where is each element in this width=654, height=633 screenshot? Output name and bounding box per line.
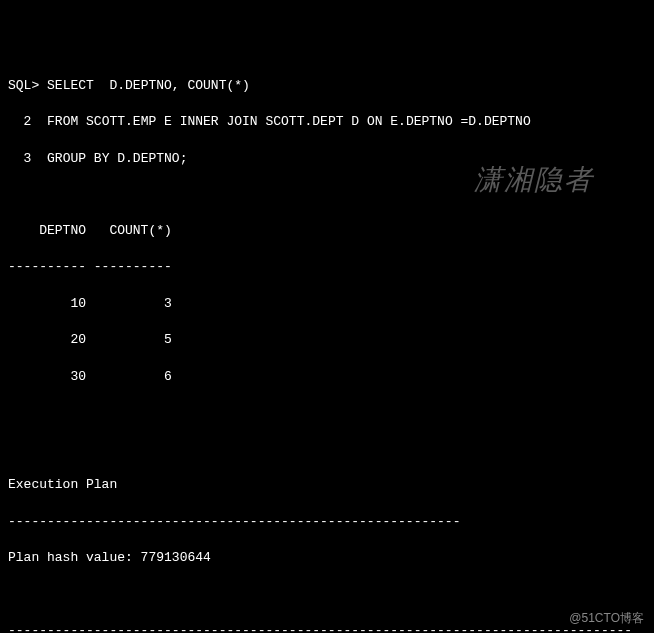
sql-line-2: 2 FROM SCOTT.EMP E INNER JOIN SCOTT.DEPT…: [8, 113, 646, 131]
result-row: 30 6: [8, 368, 646, 386]
result-row: 10 3: [8, 295, 646, 313]
plan-border: ----------------------------------------…: [8, 622, 646, 633]
exec-plan-dash: ----------------------------------------…: [8, 513, 646, 531]
sql-line-3: 3 GROUP BY D.DEPTNO;: [8, 150, 646, 168]
exec-plan-title: Execution Plan: [8, 476, 646, 494]
result-header: DEPTNO COUNT(*): [8, 222, 646, 240]
plan-hash: Plan hash value: 779130644: [8, 549, 646, 567]
result-sep: ---------- ----------: [8, 258, 646, 276]
sql-line-1: SQL> SELECT D.DEPTNO, COUNT(*): [8, 77, 646, 95]
result-row: 20 5: [8, 331, 646, 349]
